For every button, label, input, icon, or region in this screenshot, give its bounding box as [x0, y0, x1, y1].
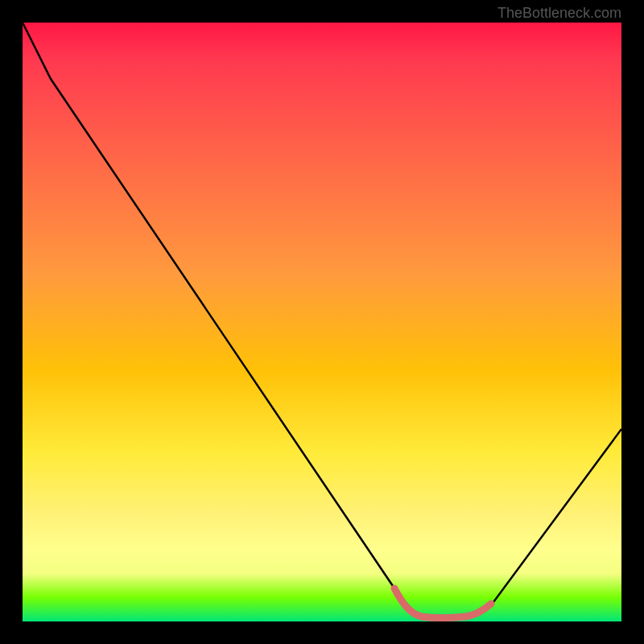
curve-svg	[23, 23, 621, 621]
plot-area	[23, 23, 621, 621]
highlight-minimum-line	[394, 588, 491, 618]
attribution-text: TheBottleneck.com	[497, 5, 621, 22]
chart-container: TheBottleneck.com	[0, 0, 644, 644]
bottleneck-curve-line	[23, 23, 621, 618]
